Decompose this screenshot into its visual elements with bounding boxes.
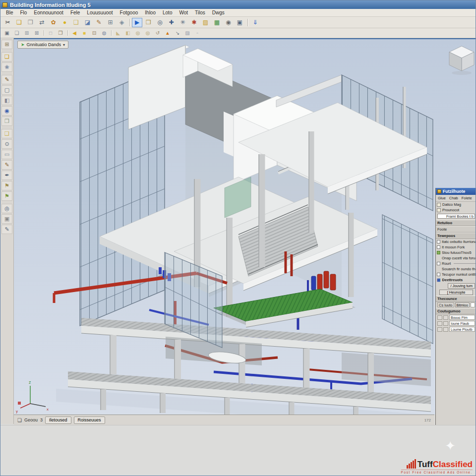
duplicate-sheets-icon[interactable]: ❐ xyxy=(1,117,12,126)
fill-bucket-icon[interactable]: ▲ xyxy=(163,29,172,37)
resource-input[interactable] xyxy=(471,302,475,307)
light-bulb-icon[interactable]: ◉ xyxy=(1,106,12,116)
panel-menu-item[interactable]: Chab xyxy=(449,196,458,200)
checkbox[interactable] xyxy=(437,245,440,249)
arrow-se-icon[interactable]: ↘ xyxy=(173,29,182,37)
section-header[interactable]: Retulioo xyxy=(436,220,476,226)
image-icon[interactable]: ▨ xyxy=(200,18,211,27)
pan-move-icon[interactable]: ✚ xyxy=(166,18,177,27)
section-header-templates[interactable]: Tewepoos xyxy=(436,233,476,239)
menu-item[interactable]: Louusuuoot xyxy=(83,10,116,15)
section-header[interactable]: Foote xyxy=(436,226,476,233)
constraint-cell[interactable] xyxy=(437,321,442,326)
history-clock-icon[interactable]: ⊙ xyxy=(1,139,12,149)
grid-icon[interactable]: ⊞ xyxy=(105,18,116,27)
layer-combo-icon[interactable]: ❏ xyxy=(12,29,21,37)
requirements-row[interactable]: ▦ Deettreuots xyxy=(436,277,476,283)
panel-menu-item[interactable]: Glue xyxy=(438,196,446,200)
checkbox[interactable] xyxy=(437,251,440,254)
small-grid-icon[interactable]: ▣ xyxy=(2,29,11,37)
magnifier-icon[interactable]: ◎ xyxy=(1,204,12,213)
constraint-label[interactable]: Ioune Flaub xyxy=(449,321,475,326)
resource-button[interactable]: Bitmioo xyxy=(455,302,470,307)
note-box-icon[interactable]: ▣ xyxy=(1,214,12,224)
render-sphere-icon[interactable]: ● xyxy=(60,18,70,27)
zoom-extents-icon[interactable]: ✳ xyxy=(178,18,188,27)
steering-wheel-icon[interactable]: ◉ xyxy=(223,18,234,27)
tab-itemised[interactable]: Iletoused xyxy=(45,416,71,424)
constraint-cell[interactable] xyxy=(443,327,448,332)
zoom-window-icon[interactable]: ▣ xyxy=(235,18,245,27)
copy-icon[interactable]: ❐ xyxy=(25,18,36,27)
sheet-copy-icon[interactable]: ❐ xyxy=(56,29,65,37)
flag-tool-icon[interactable]: ⚑ xyxy=(1,181,12,190)
schedule-grid-icon[interactable]: ▦ xyxy=(212,18,222,27)
point-cloud-icon[interactable]: ✱ xyxy=(189,18,199,27)
frame-b-icon[interactable]: ⊠ xyxy=(32,29,41,37)
constraint-label[interactable]: Loume Ptoutb xyxy=(449,327,475,332)
titlebar[interactable]: Buildling Information Itluding 5 xyxy=(0,0,476,9)
tab-reissues[interactable]: Roisseuues xyxy=(74,416,105,424)
render-flower-icon[interactable]: ❀ xyxy=(1,62,12,72)
menu-item[interactable]: Ble xyxy=(2,10,16,15)
panel-titlebar[interactable]: Futzilhuote xyxy=(436,188,476,195)
constraint-cell[interactable] xyxy=(437,315,442,320)
document-yellow-icon[interactable]: ❑ xyxy=(1,129,12,138)
menu-item[interactable]: Fotgooo xyxy=(117,10,142,15)
component-box-icon[interactable]: ◧ xyxy=(1,96,12,105)
constraint-cell[interactable] xyxy=(443,321,448,326)
tag-left-icon[interactable]: ◀ xyxy=(70,29,79,37)
constraint-label[interactable]: Bouuc Ftm xyxy=(449,315,475,320)
section-header-constraints[interactable]: Coutugumoo xyxy=(436,308,476,314)
swap-arrows-icon[interactable]: ⇄ xyxy=(37,18,47,27)
menu-item[interactable]: Dwgs xyxy=(209,10,228,15)
hatch-grid-icon[interactable]: ▨ xyxy=(183,29,192,37)
hatch-half-icon[interactable]: ◧ xyxy=(123,29,132,37)
flag-green-icon[interactable]: ⚑ xyxy=(1,191,12,201)
view-selector-dropdown[interactable]: ➤ Gnnituatio Dands ▾ xyxy=(17,41,68,49)
open-folder-icon[interactable]: ❏ xyxy=(14,18,24,27)
panel-button-1[interactable]: / Jouving tum xyxy=(448,283,475,289)
printer-box-icon[interactable]: ⊞ xyxy=(1,40,12,49)
sketch-pencil-icon[interactable]: ✎ xyxy=(1,75,12,84)
menu-item[interactable]: Loto xyxy=(159,10,176,15)
edit-pencil-icon[interactable]: ✎ xyxy=(1,160,12,170)
panel-button-2[interactable]: [ Heunopte xyxy=(439,290,473,295)
ruler-sheet-icon[interactable]: ⊟ xyxy=(90,29,99,37)
checkbox[interactable] xyxy=(437,262,440,265)
menu-item[interactable]: Ihloo xyxy=(141,10,159,15)
checkbox[interactable] xyxy=(437,240,440,243)
project-folder-icon[interactable]: ❏ xyxy=(1,52,12,61)
zoom-icon[interactable]: ◎ xyxy=(155,18,165,27)
pencil-icon[interactable]: ✎ xyxy=(94,18,104,27)
box-3d-icon[interactable]: ◈ xyxy=(117,18,127,27)
menu-item[interactable]: Eonnouunoot xyxy=(30,10,67,15)
sheet-blank-icon[interactable]: ▭ xyxy=(1,150,12,159)
menu-item[interactable]: Wot xyxy=(176,10,191,15)
edit-slash-icon[interactable]: ✎ xyxy=(1,225,12,234)
paint-brush-icon[interactable]: ✿ xyxy=(48,18,59,27)
eraser-icon[interactable]: ◪ xyxy=(82,18,93,27)
rotate-tool-icon[interactable]: ↺ xyxy=(153,29,162,37)
rectangle-tool-icon[interactable]: ▢ xyxy=(1,85,12,95)
name-field[interactable]: Frami Bootes t b xyxy=(437,214,475,219)
hatch-corner-icon[interactable]: ◣ xyxy=(114,29,122,37)
measure-a-icon[interactable]: ◎ xyxy=(133,29,142,37)
tag-box-icon[interactable]: ■ xyxy=(80,29,89,37)
globe-icon[interactable]: ◍ xyxy=(100,29,109,37)
cut-icon[interactable]: ✂ xyxy=(2,18,13,27)
new-document-icon[interactable]: ❑ xyxy=(71,18,81,27)
menu-item[interactable]: Tilos xyxy=(191,10,209,15)
constraint-cell[interactable] xyxy=(437,327,442,332)
viewport-3d[interactable]: z x y ➤ Gnnituatio Dands ▾ xyxy=(14,38,476,415)
measure-b-icon[interactable]: ◎ xyxy=(143,29,152,37)
download-arrow-icon[interactable]: ⇓ xyxy=(250,18,260,27)
constraint-cell[interactable] xyxy=(443,315,448,320)
panel-link-row[interactable]: Datico Mag xyxy=(436,202,476,207)
paste-icon[interactable]: ❒ xyxy=(143,18,154,27)
menu-item[interactable]: Flo xyxy=(16,10,30,15)
dot-small-icon[interactable]: ▫ xyxy=(193,29,202,37)
checkbox[interactable] xyxy=(437,273,440,276)
panel-link-row[interactable]: Prounocot xyxy=(436,207,476,213)
frame-a-icon[interactable]: ⊞ xyxy=(22,29,31,37)
